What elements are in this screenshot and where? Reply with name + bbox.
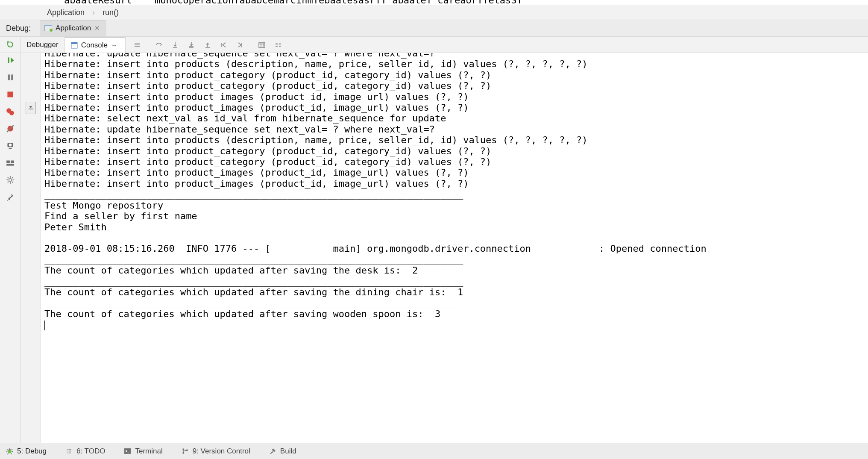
breadcrumb-item[interactable]: Application xyxy=(47,8,85,17)
run-to-cursor-button[interactable]: I xyxy=(232,37,248,53)
svg-point-12 xyxy=(9,144,12,147)
toolwindow-label: Build xyxy=(280,447,296,456)
settings-button[interactable] xyxy=(6,175,15,185)
toolwindow-label: Terminal xyxy=(135,447,162,456)
svg-point-9 xyxy=(9,111,14,115)
debug-tab-strip: Debug: Application ✕ xyxy=(0,20,868,37)
breadcrumb-item[interactable]: run() xyxy=(103,8,119,17)
get-thread-dump-button[interactable] xyxy=(6,141,15,150)
svg-rect-7 xyxy=(7,91,13,97)
force-step-into-button[interactable] xyxy=(183,37,199,53)
pause-button[interactable] xyxy=(6,73,15,82)
close-icon[interactable]: ✕ xyxy=(94,24,100,32)
svg-point-29 xyxy=(182,448,184,450)
bottom-tool-strip: 5: Debug 6: TODO Terminal 9: Version Con… xyxy=(0,443,868,459)
debug-left-gutter xyxy=(0,53,21,443)
pin-tab-button[interactable] xyxy=(6,192,15,202)
drop-frame-button[interactable] xyxy=(216,37,232,53)
mute-breakpoints-button[interactable] xyxy=(6,124,15,133)
tab-console-label: Console xyxy=(81,41,108,50)
toolwindow-build[interactable]: Build xyxy=(269,447,296,456)
svg-rect-6 xyxy=(11,74,13,80)
svg-point-30 xyxy=(182,452,184,454)
step-into-button[interactable] xyxy=(167,37,183,53)
svg-text:I: I xyxy=(241,45,242,49)
svg-rect-13 xyxy=(9,148,12,149)
trace-current-stream-chain-button[interactable] xyxy=(270,37,286,53)
console-icon xyxy=(71,42,78,49)
svg-rect-4 xyxy=(8,57,9,63)
toolwindow-label: 5: Debug xyxy=(17,447,47,456)
list-icon xyxy=(65,447,73,455)
svg-point-27 xyxy=(9,448,10,450)
scroll-to-end-button[interactable] xyxy=(26,102,36,114)
toolwindow-todo[interactable]: 6: TODO xyxy=(65,447,105,456)
toolbar-separator xyxy=(251,40,251,50)
toolwindow-terminal[interactable]: Terminal xyxy=(124,447,162,456)
debug-panel-label: Debug: xyxy=(0,24,40,33)
breadcrumb: Application › run() xyxy=(0,5,868,20)
stop-button[interactable] xyxy=(6,90,15,99)
rerun-button[interactable] xyxy=(0,37,21,53)
toolwindow-label: 6: TODO xyxy=(76,447,105,456)
toolwindow-vcs[interactable]: 9: Version Control xyxy=(182,447,250,456)
svg-rect-5 xyxy=(8,74,9,80)
evaluate-expression-button[interactable] xyxy=(254,37,270,53)
branch-icon xyxy=(182,447,189,455)
step-over-button[interactable] xyxy=(151,37,167,53)
bug-icon xyxy=(6,447,13,455)
debug-toolbar: Debugger Console →˙ I xyxy=(0,37,868,53)
svg-rect-15 xyxy=(11,161,14,163)
debug-body: Hibernate: update hibernate_sequence set… xyxy=(0,53,868,443)
svg-rect-20 xyxy=(29,109,33,109)
step-out-button[interactable] xyxy=(199,37,216,53)
console-output[interactable]: Hibernate: update hibernate_sequence set… xyxy=(41,53,868,443)
terminal-icon xyxy=(124,447,131,455)
debug-config-tab[interactable]: Application ✕ xyxy=(40,20,106,36)
svg-point-17 xyxy=(9,179,12,182)
view-breakpoints-button[interactable] xyxy=(6,107,15,116)
debug-config-tab-name: Application xyxy=(56,24,91,32)
tab-debugger[interactable]: Debugger xyxy=(21,37,65,53)
show-exec-point-button[interactable] xyxy=(129,37,145,53)
pin-tab-icon: →˙ xyxy=(111,42,119,49)
svg-rect-3 xyxy=(259,42,265,47)
tab-console[interactable]: Console →˙ xyxy=(65,37,126,53)
toolwindow-debug[interactable]: 5: Debug xyxy=(6,447,47,456)
toolwindow-label: 9: Version Control xyxy=(193,447,250,456)
svg-rect-16 xyxy=(6,164,14,165)
resume-button[interactable] xyxy=(6,56,15,65)
console-left-gutter xyxy=(21,53,41,443)
tab-debugger-label: Debugger xyxy=(26,41,59,49)
toolbar-separator xyxy=(148,40,148,50)
restore-layout-button[interactable] xyxy=(6,158,15,168)
svg-point-26 xyxy=(8,450,12,453)
application-run-icon xyxy=(44,25,52,31)
breadcrumb-separator: › xyxy=(92,8,95,17)
svg-rect-14 xyxy=(6,161,10,163)
hammer-icon xyxy=(269,447,276,455)
svg-rect-1 xyxy=(71,42,77,44)
editor-cut-top: abaateResurt monocoperacionTababcemarcin… xyxy=(0,0,868,5)
